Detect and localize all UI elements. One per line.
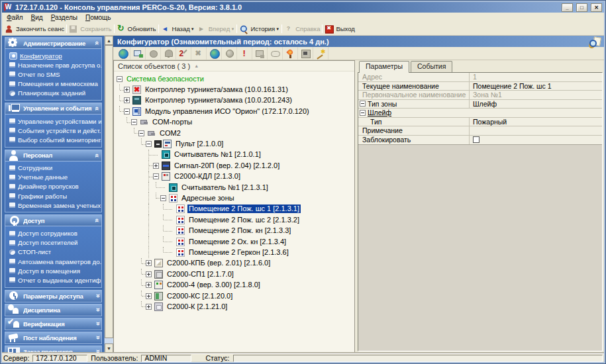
- expander-minus[interactable]: [117, 76, 123, 82]
- tree-node[interactable]: Контроллер турникета/замка (10.0.201.243…: [114, 95, 354, 106]
- sidebar-item[interactable]: Помещения и мнемосхема: [5, 79, 101, 89]
- sidebar-item[interactable]: Отчет по SMS: [5, 69, 101, 79]
- expander-minus[interactable]: [131, 119, 137, 125]
- sidebar-section-header[interactable]: Персонал«: [5, 150, 102, 161]
- maximize-button[interactable]: □: [576, 3, 587, 12]
- dropdown-arrow-icon[interactable]: ▼: [191, 27, 195, 31]
- tool-bell[interactable]: [161, 47, 176, 60]
- sidebar-section-header[interactable]: Заказ пропусков«: [5, 345, 102, 353]
- minimize-button[interactable]: _: [562, 3, 573, 12]
- sidebar-item[interactable]: Отчет о выданных идентиф...: [5, 275, 101, 285]
- sidebar-item[interactable]: Графики работы: [5, 191, 101, 201]
- tree-node[interactable]: Помещение 2 Пож. шс 1 [2.1.3.1]: [114, 204, 354, 214]
- toolbar-button-fwd[interactable]: Вперед▼: [196, 24, 236, 34]
- tree-node[interactable]: Система безопасности: [114, 73, 354, 84]
- sidebar-item[interactable]: Учетные данные: [5, 173, 101, 182]
- sidebar-item[interactable]: Доступ посетителей: [5, 238, 101, 248]
- tool-excl[interactable]: [237, 47, 252, 60]
- sidebar-item[interactable]: Управление устройствами и...: [5, 116, 101, 126]
- tree-node[interactable]: Считыватель №1 [2.1.3.1]: [114, 182, 354, 193]
- tool-torch[interactable]: [283, 47, 298, 60]
- tree-node[interactable]: Помещение 2 Пож. шс 2 [2.1.3.2]: [114, 214, 354, 225]
- toolbar-button-save[interactable]: Сохранить: [68, 24, 113, 34]
- sidebar-item[interactable]: СТОП-лист: [5, 248, 101, 257]
- expander-minus[interactable]: [160, 195, 166, 201]
- tree-node[interactable]: Помещение 2 Геркон [2.1.3.6]: [114, 247, 354, 257]
- tree-node[interactable]: С2000-КДЛ [2.1.3.0]: [114, 171, 354, 182]
- dropdown-arrow-icon[interactable]: ▼: [230, 27, 234, 31]
- doc-magnifier-icon[interactable]: [589, 37, 600, 46]
- tool-cloud[interactable]: [268, 47, 283, 60]
- expander-plus[interactable]: [124, 97, 130, 103]
- menu-Разделы[interactable]: Разделы: [47, 14, 81, 21]
- sidebar-section-header[interactable]: Пост наблюдения«: [5, 332, 102, 344]
- sidebar-section-header[interactable]: Верификация«: [5, 318, 102, 330]
- tree-node[interactable]: С2000-КПБ (вер. 2.01) [2.1.6.0]: [114, 258, 354, 269]
- toolbar-button-exit[interactable]: Выход: [323, 24, 356, 34]
- scroll-track[interactable]: [105, 45, 113, 343]
- sidebar-scrollbar[interactable]: ▲ ▼: [104, 36, 113, 353]
- sidebar-item[interactable]: Конфигуратор: [5, 51, 101, 60]
- menu-Помощь[interactable]: Помощь: [81, 14, 115, 21]
- sidebar-item[interactable]: Автозамена параметров до...: [5, 257, 101, 266]
- tool-ball[interactable]: [222, 47, 237, 60]
- tree-node[interactable]: COM2: [114, 128, 354, 138]
- toolbar-button-help[interactable]: Справка: [283, 24, 321, 34]
- menu-Файл[interactable]: Файл: [3, 14, 27, 21]
- sidebar-section-header[interactable]: Администрирование«: [5, 37, 102, 49]
- sidebar-item[interactable]: Выбор событий мониторинга: [5, 135, 101, 144]
- sidebar-section-header[interactable]: Доступ«: [5, 214, 102, 226]
- tree-node[interactable]: Считыватель №1 [2.1.0.1]: [114, 150, 354, 160]
- sidebar-item[interactable]: События устройств и дейст...: [5, 126, 101, 135]
- property-value[interactable]: [470, 126, 602, 135]
- property-value[interactable]: Помещение 2 Пож. шс 1: [470, 82, 602, 91]
- blocked-checkbox[interactable]: [473, 136, 480, 143]
- toolbar-button-back[interactable]: Назад▼: [160, 24, 196, 34]
- sidebar-section-header[interactable]: Управление и события«: [5, 103, 102, 114]
- toolbar-button-person-red[interactable]: Закончить сеанс: [3, 24, 66, 34]
- sidebar-item[interactable]: Планировщик заданий: [5, 89, 101, 98]
- menu-Вид[interactable]: Вид: [27, 14, 47, 21]
- property-value[interactable]: [470, 136, 602, 145]
- property-value[interactable]: Пожарный: [470, 118, 602, 126]
- sidebar-item[interactable]: Доступ сотрудников: [5, 228, 101, 238]
- property-expander[interactable]: [360, 101, 366, 107]
- sidebar-item[interactable]: Сотрудники: [5, 163, 101, 173]
- tool-x[interactable]: [191, 47, 207, 60]
- tool-globe[interactable]: [115, 47, 130, 60]
- sidebar-item[interactable]: Временная замена учетных ...: [5, 201, 101, 210]
- close-button[interactable]: ✕: [591, 3, 602, 12]
- tree-node[interactable]: С2000-КС [2.1.20.0]: [114, 291, 354, 301]
- sidebar-item[interactable]: Назначение прав доступа о...: [5, 60, 101, 69]
- expander-plus[interactable]: [146, 271, 152, 277]
- sidebar-item[interactable]: Дизайнер пропусков: [5, 182, 101, 191]
- sidebar-section-header[interactable]: Дисциплина«: [5, 304, 102, 316]
- property-expander[interactable]: [360, 110, 366, 116]
- tool-net[interactable]: [130, 47, 146, 60]
- tree-node[interactable]: Помещение 2 Пож. кн [2.1.3.3]: [114, 225, 354, 236]
- tree-node[interactable]: С2000-СП1 [2.1.7.0]: [114, 269, 354, 279]
- property-value[interactable]: 1: [470, 73, 602, 81]
- sidebar-section-header[interactable]: Параметры доступа«: [5, 290, 102, 302]
- tool-globe[interactable]: [207, 47, 222, 60]
- property-value[interactable]: Зона №1: [470, 91, 602, 99]
- tree-node[interactable]: Модуль управления ИСО "Орион" (172.17.0.…: [114, 106, 354, 116]
- expander-minus[interactable]: [124, 109, 130, 114]
- tab-События[interactable]: События: [411, 61, 452, 72]
- property-value[interactable]: Шлейф: [470, 100, 602, 109]
- tree-node[interactable]: Сигнал-20П (вер. 2.04) [2.1.2.0]: [114, 160, 354, 171]
- tree-node[interactable]: С2000-4 (вер. 3.00) [2.1.8.0]: [114, 279, 354, 290]
- tree-node[interactable]: COM-порты: [114, 117, 354, 128]
- expander-minus[interactable]: [146, 141, 152, 147]
- tool-blob[interactable]: [146, 47, 161, 60]
- expander-plus[interactable]: [146, 282, 152, 288]
- scroll-down-button[interactable]: ▼: [105, 343, 113, 353]
- scroll-up-button[interactable]: ▲: [105, 36, 113, 45]
- tree-node[interactable]: Пульт [2.1.0.0]: [114, 138, 354, 149]
- tree-node[interactable]: Помещение 2 Ох. кн [2.1.3.4]: [114, 236, 354, 247]
- tool-write2[interactable]: [176, 47, 191, 60]
- tab-Параметры[interactable]: Параметры: [359, 61, 409, 73]
- tool-mon[interactable]: [252, 47, 268, 60]
- tree-node[interactable]: Контроллер турникета/замка (10.0.161.31): [114, 84, 354, 95]
- toolbar-button-hist[interactable]: История▼: [238, 24, 281, 34]
